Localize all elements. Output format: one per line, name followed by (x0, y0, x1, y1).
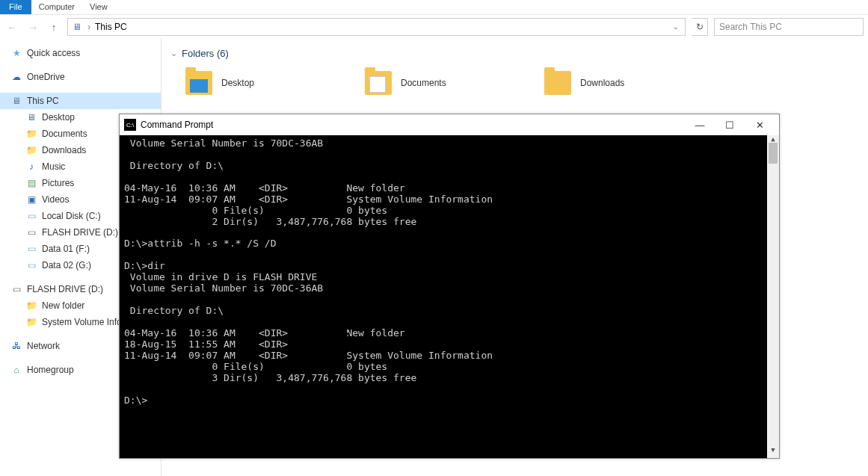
section-title: Folders (6) (182, 48, 229, 59)
sidebar-label: Music (42, 161, 65, 172)
pc-icon: 🖥 (10, 95, 22, 107)
menu-computer[interactable]: Computer (31, 0, 82, 14)
disk-icon: ▭ (25, 210, 37, 222)
sidebar-label: Data 01 (F:) (42, 244, 90, 254)
search-input[interactable]: Search This PC (714, 18, 864, 36)
folder-documents[interactable]: Documents (365, 67, 514, 99)
folder-icon: 📁 (25, 300, 37, 312)
sidebar-label: Documents (42, 129, 87, 139)
sidebar-label: Network (27, 341, 60, 351)
cloud-icon: ☁ (10, 71, 22, 83)
sidebar-label: Data 02 (G:) (42, 260, 91, 271)
folders-section-header[interactable]: ⌄ Folders (6) (170, 48, 859, 59)
close-button[interactable]: ✕ (745, 120, 775, 131)
scroll-thumb[interactable] (769, 143, 778, 164)
usb-icon: ▭ (10, 283, 22, 295)
folder-desktop[interactable]: Desktop (185, 67, 335, 99)
sidebar-label: Quick access (27, 48, 80, 58)
nav-back-icon[interactable]: ← (4, 22, 19, 33)
nav-up-icon[interactable]: ↑ (46, 22, 61, 33)
sidebar-onedrive[interactable]: ☁OneDrive (0, 69, 161, 85)
folder-label: Documents (401, 78, 446, 88)
cmd-titlebar[interactable]: C:\ Command Prompt — ☐ ✕ (120, 114, 779, 135)
address-box[interactable]: 🖥 › This PC ⌄ (67, 18, 686, 36)
sidebar-label: Local Disk (C:) (42, 211, 101, 221)
cmd-output[interactable]: Volume Serial Number is 70DC-36AB Direct… (120, 135, 779, 458)
sidebar-label: Homegroup (27, 365, 74, 375)
folder-icon (544, 71, 571, 95)
command-prompt-window[interactable]: C:\ Command Prompt — ☐ ✕ Volume Serial N… (119, 114, 780, 459)
maximize-button[interactable]: ☐ (715, 120, 745, 131)
folder-icon: 📁 (25, 128, 37, 140)
scroll-down-icon[interactable]: ▼ (767, 446, 779, 458)
folder-downloads[interactable]: Downloads (544, 67, 694, 99)
sidebar-this-pc[interactable]: 🖥This PC (0, 93, 161, 109)
nav-forward-icon[interactable]: → (25, 22, 40, 33)
star-icon: ★ (10, 47, 22, 59)
menu-view[interactable]: View (82, 0, 115, 14)
search-placeholder: Search This PC (719, 22, 782, 32)
network-icon: 🖧 (10, 340, 22, 352)
disk-icon: ▭ (25, 259, 37, 271)
breadcrumb-sep-icon: › (87, 22, 90, 32)
sidebar-label: New folder (42, 300, 84, 311)
cmd-title-text: Command Prompt (141, 120, 213, 130)
menu-file[interactable]: File (0, 0, 31, 14)
pc-icon: 🖥 (71, 21, 83, 33)
sidebar-label: Downloads (42, 145, 86, 155)
folder-label: Desktop (221, 78, 254, 88)
videos-icon: ▣ (25, 194, 37, 205)
address-dropdown-icon[interactable]: ⌄ (670, 23, 682, 31)
folder-icon: 📁 (25, 144, 37, 156)
sidebar-label: This PC (27, 96, 59, 106)
disk-icon: ▭ (25, 243, 37, 255)
desktop-icon: 🖥 (25, 111, 37, 123)
minimize-button[interactable]: — (685, 120, 715, 131)
pictures-icon: ▤ (25, 177, 37, 189)
sidebar-quick-access[interactable]: ★Quick access (0, 45, 161, 61)
music-icon: ♪ (25, 161, 37, 173)
cmd-icon: C:\ (124, 119, 136, 131)
menubar: File Computer View (0, 0, 868, 15)
breadcrumb-location[interactable]: This PC (95, 22, 127, 32)
refresh-icon[interactable]: ↻ (692, 18, 708, 36)
sidebar-label: Desktop (42, 112, 75, 123)
scrollbar[interactable]: ▲▼ (767, 135, 779, 458)
homegroup-icon: ⌂ (10, 364, 22, 376)
sidebar-label: Pictures (42, 178, 74, 188)
usb-icon: ▭ (25, 226, 37, 238)
sidebar-label: Videos (42, 194, 69, 205)
address-bar: ← → ↑ 🖥 › This PC ⌄ ↻ Search This PC (0, 15, 868, 39)
folder-label: Downloads (580, 78, 624, 88)
sidebar-label: OneDrive (27, 72, 65, 82)
chevron-down-icon: ⌄ (170, 49, 177, 58)
folder-icon (185, 71, 212, 95)
folder-icon: 📁 (25, 316, 37, 328)
sidebar-label: FLASH DRIVE (D:) (42, 227, 118, 238)
sidebar-label: FLASH DRIVE (D:) (27, 284, 103, 294)
folder-icon (365, 71, 392, 95)
